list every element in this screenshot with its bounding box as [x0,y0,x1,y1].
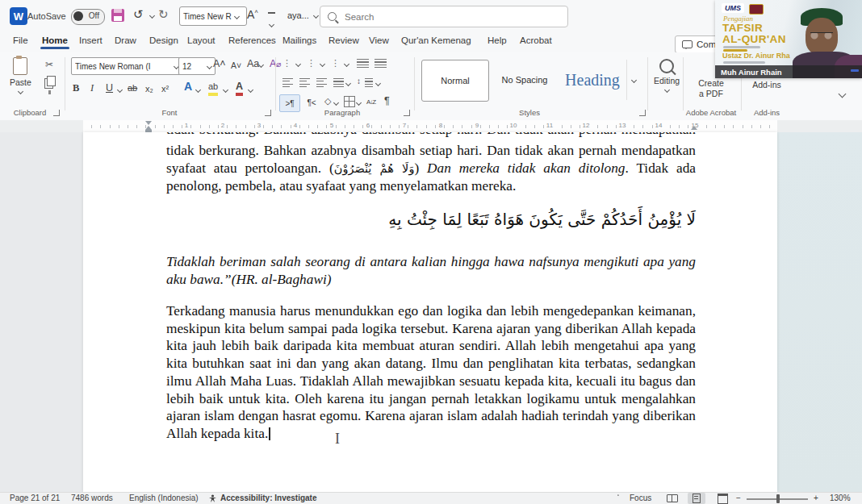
right-indent-marker[interactable] [691,126,697,130]
horizontal-ruler[interactable]: 123456789101112131415 [0,120,862,132]
word-count[interactable]: 7486 words [71,494,113,502]
tab-file[interactable]: File [13,35,28,45]
collapse-ribbon-icon[interactable] [839,90,847,98]
create-pdf-button[interactable]: Createa PDF [688,78,734,99]
underline-icon[interactable]: U [106,81,113,94]
text-effects-icon[interactable]: A [184,80,192,93]
align-left-icon[interactable] [282,78,293,87]
bullets-dropdown-icon[interactable] [295,61,301,67]
paragraph-dialog-launcher-icon[interactable] [404,110,410,116]
tab-draw[interactable]: Draw [115,35,136,45]
justify-dropdown-icon[interactable] [345,81,351,86]
italic-icon[interactable]: I [90,81,94,94]
superscript-icon[interactable]: x² [161,82,169,95]
document-title-dropdown[interactable]: aya... [287,10,318,20]
shrink-font-icon[interactable]: A˅ [231,59,241,72]
hadith-arabic-line[interactable]: لَا يُؤْمِنُ أَحَدُكُمْ حَتَّى يَكُونَ ه… [83,203,696,235]
sort-icon[interactable]: A↓Z [366,96,375,109]
print-layout-button[interactable] [688,493,705,504]
paragraph-3[interactable]: Terkadang manusia harus menundukkan ego … [83,302,696,443]
tab-acrobat[interactable]: Acrobat [520,35,552,45]
tab-quran-kemenag[interactable]: Qur'an Kemenag [401,35,471,45]
tab-view[interactable]: View [369,35,389,45]
tab-insert[interactable]: Insert [79,35,103,45]
grow-font-icon[interactable]: A˄ [213,57,226,70]
style-heading[interactable]: Heading [561,60,624,100]
increase-indent-icon[interactable] [375,59,387,68]
save-icon[interactable] [111,9,124,22]
tab-mailings[interactable]: Mailings [282,35,316,45]
borders-dropdown-icon[interactable] [356,100,362,106]
tab-home[interactable]: Home [42,35,68,45]
borders-icon[interactable] [344,96,355,107]
page-indicator[interactable]: Page 21 of 21 [10,494,60,502]
highlight-icon[interactable]: ab [208,80,218,96]
highlight-dropdown-icon[interactable] [223,87,228,93]
copy-icon[interactable] [47,76,56,86]
video-call-overlay[interactable]: UMS Pengajian TAFSIR AL-QUR'AN Ustaz Dr.… [715,0,862,78]
text-effects-dropdown-icon[interactable] [195,87,201,93]
group-label-addins: Add-ins [744,108,789,117]
style-no-spacing[interactable]: No Spacing [491,60,559,100]
font-dialog-launcher-icon[interactable] [265,110,271,116]
tab-help[interactable]: Help [487,35,507,45]
accessibility-status[interactable]: Accessibility: Investigate [220,494,317,502]
font-size-box[interactable]: 12 [178,57,216,75]
styles-dialog-launcher-icon[interactable] [639,110,646,116]
first-line-indent-marker[interactable] [145,121,152,125]
web-layout-button[interactable] [713,493,731,504]
numbering-dropdown-icon[interactable] [320,61,325,67]
autosave-toggle[interactable]: Off [71,9,105,25]
shading-dropdown-icon[interactable] [333,100,339,106]
paste-button[interactable]: Paste [10,57,31,94]
clipboard-dialog-launcher-icon[interactable] [53,110,60,116]
read-mode-button[interactable] [663,493,681,504]
line-spacing-icon[interactable]: ↕ [357,75,361,88]
tab-layout[interactable]: Layout [187,35,216,45]
cut-icon[interactable]: ✂ [45,59,53,70]
zoom-slider-thumb[interactable] [776,494,780,503]
language-indicator[interactable]: English (Indonesia) [129,494,199,502]
bold-icon[interactable]: B [73,81,79,94]
addins-button[interactable]: Add-ins [744,80,789,90]
tab-review[interactable]: Review [328,35,359,45]
subscript-icon[interactable]: x₂ [145,82,153,95]
font-name-box[interactable]: Times New Roman (I [71,57,182,75]
overlay-title-line1: TAFSIR [722,22,763,34]
editing-button[interactable]: Editing [654,59,680,92]
undo-icon[interactable]: ↺ [133,7,144,22]
align-center-icon[interactable] [299,78,310,87]
zoom-out-button[interactable]: − [736,494,741,502]
shading-icon[interactable]: ◇ [324,94,331,107]
underline-dropdown-icon[interactable] [117,87,123,93]
font-color-dropdown-icon[interactable] [248,87,253,93]
change-case-icon[interactable]: Aa [247,57,263,70]
justify-icon[interactable] [333,78,344,87]
tab-references[interactable]: References [228,35,276,45]
redo-icon[interactable]: ↻ [158,7,169,22]
tab-design[interactable]: Design [149,35,178,45]
styles-gallery-more-icon[interactable] [626,60,640,100]
pilcrow-icon[interactable]: ¶ [384,94,390,107]
strikethrough-icon[interactable]: ab [128,81,137,94]
quick-font-box[interactable]: Times New R [179,6,247,26]
paragraph-1[interactable]: tidak berkurang. Bahkan azabnya disambah… [83,142,696,195]
word-logo-icon[interactable]: W [10,7,27,25]
style-normal[interactable]: Normal [421,60,489,102]
align-right-icon[interactable] [316,78,327,87]
zoom-percentage[interactable]: 130% [830,494,851,502]
customize-quick-access-icon[interactable] [268,12,276,30]
clipboard-icon [13,57,27,75]
search-box[interactable] [320,6,568,27]
grow-font-icon[interactable]: A˄ [247,8,258,21]
decrease-indent-icon[interactable] [357,59,369,68]
paragraph-2-translation[interactable]: Tidaklah beriman salah seorang di antara… [83,253,696,288]
line-spacing-dropdown-icon[interactable] [375,81,381,86]
document-canvas[interactable]: tidak berkurang. Bahkan azabnya disambah… [0,132,862,492]
undo-dropdown-icon[interactable] [149,13,155,19]
focus-button[interactable]: Focus [630,494,651,502]
font-color-icon[interactable]: A [236,80,243,96]
zoom-in-button[interactable]: + [814,494,818,502]
search-input[interactable] [343,11,524,23]
multilevel-dropdown-icon[interactable] [344,61,349,67]
